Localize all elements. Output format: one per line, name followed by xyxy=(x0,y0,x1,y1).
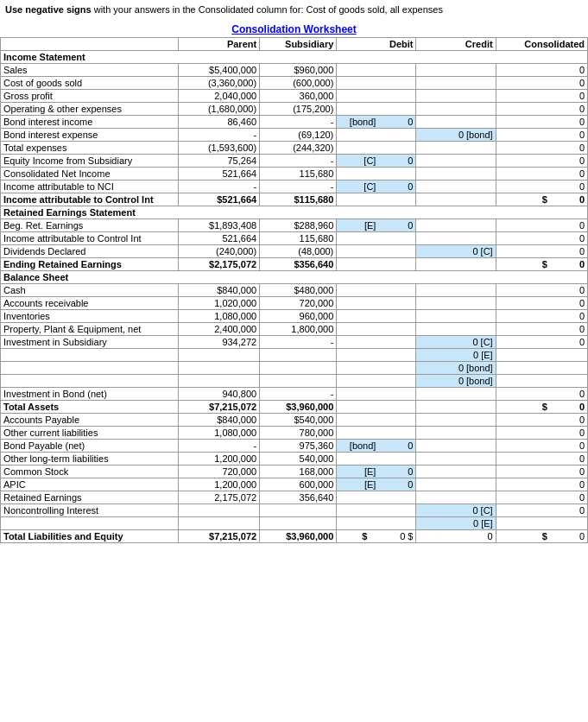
table-row: Retained Earnings2,175,072356,640 xyxy=(1,491,588,504)
table-row: Income attributable to Control Int$521,6… xyxy=(1,193,588,206)
table-row: [bond] xyxy=(1,362,588,375)
section-header-row: Income Statement xyxy=(1,51,588,64)
table-row: Noncontrolling Interest [C]0 xyxy=(1,504,588,517)
table-row: Bond interest income86,460-[bond] xyxy=(1,116,588,129)
table-row: Sales$5,400,000$960,000 xyxy=(1,64,588,77)
note-bold: Use negative signs xyxy=(5,4,92,15)
header-note: Use negative signs with your answers in … xyxy=(0,0,588,20)
table-row: [E] xyxy=(1,517,588,530)
table-row: Consolidated Net Income521,664115,680 xyxy=(1,168,588,180)
table-row: Bond interest expense-(69,120) [bond] xyxy=(1,129,588,142)
table-row: Income attributable to Control Int521,66… xyxy=(1,232,588,245)
table-row: Accounts receivable1,020,000720,000 xyxy=(1,297,588,310)
table-row: Inventories1,080,000960,000 xyxy=(1,310,588,323)
table-row: Other long-term liabilities1,200,000540,… xyxy=(1,453,588,466)
table-row: Bond Payable (net)-975,360[bond] xyxy=(1,440,588,453)
table-row: Total Liabilities and Equity$7,215,072$3… xyxy=(1,530,588,543)
table-row: Investment in Bond (net)940,800- xyxy=(1,388,588,401)
table-row: Cost of goods sold(3,360,000)(600,000) xyxy=(1,77,588,90)
table-row: Income attributable to NCI--[C] xyxy=(1,180,588,193)
table-row: APIC1,200,000600,000[E] xyxy=(1,478,588,491)
col-credit-header: Credit xyxy=(416,38,496,51)
column-headers: Parent Subsidiary Debit Credit Consolida… xyxy=(1,38,588,51)
table-row: Total Assets$7,215,072$3,960,000$ xyxy=(1,401,588,414)
table-row: Operating & other expenses(1,680,000)(17… xyxy=(1,103,588,116)
table-row: Equity Income from Subsidiary75,264-[C] xyxy=(1,155,588,168)
worksheet-title: Consolidation Worksheet xyxy=(0,20,588,37)
table-row: Beg. Ret. Earnings$1,893,408$288,960[E] xyxy=(1,219,588,232)
table-row: [bond] xyxy=(1,375,588,388)
table-row: Total expenses(1,593,600)(244,320) xyxy=(1,142,588,155)
col-subsidiary-header: Subsidiary xyxy=(260,38,337,51)
table-row: Dividends Declared(240,000)(48,000) [C] xyxy=(1,245,588,258)
section-header-row: Balance Sheet xyxy=(1,271,588,284)
table-row: Ending Retained Earnings$2,175,072$356,6… xyxy=(1,258,588,271)
table-row: Other current liabilities1,080,000780,00… xyxy=(1,427,588,440)
table-row: Property, Plant & Equipment, net2,400,00… xyxy=(1,323,588,336)
col-consolidated-header: Consolidated xyxy=(496,38,587,51)
table-row: Gross profit2,040,000360,000 xyxy=(1,90,588,103)
col-parent-header: Parent xyxy=(179,38,260,51)
section-header-row: Retained Earnings Statement xyxy=(1,206,588,219)
table-row: [E] xyxy=(1,349,588,362)
table-row: Common Stock720,000168,000[E] xyxy=(1,466,588,478)
col-debit-header: Debit xyxy=(337,38,416,51)
table-row: Cash$840,000$480,000 xyxy=(1,284,588,297)
table-row: Accounts Payable$840,000$540,000 xyxy=(1,414,588,427)
note-text: with your answers in the Consolidated co… xyxy=(94,4,443,15)
table-row: Investment in Subsidiary934,272- [C]0 xyxy=(1,336,588,349)
consolidation-table: Parent Subsidiary Debit Credit Consolida… xyxy=(0,37,588,543)
col-label-header xyxy=(1,38,179,51)
